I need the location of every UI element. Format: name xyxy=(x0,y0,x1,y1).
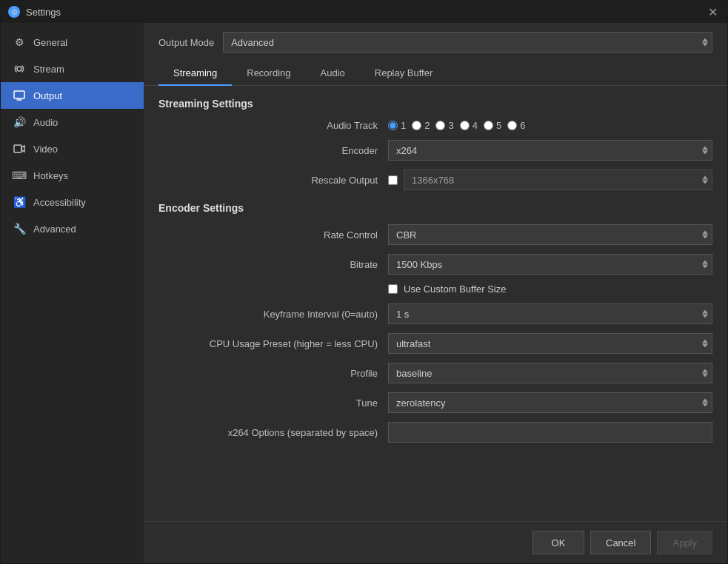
keyframe-wrapper: 1 s xyxy=(388,303,712,324)
rescale-output-row: Rescale Output 1366x768 xyxy=(158,169,712,190)
hotkeys-icon: ⌨ xyxy=(13,169,26,182)
accessibility-icon: ♿ xyxy=(13,195,26,209)
output-mode-label: Output Mode xyxy=(158,37,214,48)
bitrate-row: Bitrate 1500 Kbps xyxy=(158,254,712,275)
sidebar-label-output: Output xyxy=(33,90,62,101)
tabs: Streaming Recording Audio Replay Buffer xyxy=(144,61,727,86)
output-mode-select-wrapper: Simple Advanced xyxy=(223,32,712,53)
output-mode-row: Output Mode Simple Advanced xyxy=(144,23,727,61)
rescale-output-content: 1366x768 xyxy=(388,169,712,190)
encoder-select-wrapper: x264 xyxy=(388,140,712,161)
cpu-preset-wrapper: ultrafast superfast veryfast faster fast… xyxy=(388,333,712,354)
bitrate-label: Bitrate xyxy=(158,259,388,270)
profile-select[interactable]: baseline main high xyxy=(388,363,712,383)
sidebar-label-stream: Stream xyxy=(33,64,64,75)
x264-options-row: x264 Options (separated by space) xyxy=(158,422,712,443)
footer: OK Cancel Apply xyxy=(144,521,727,563)
profile-label: Profile xyxy=(158,368,388,379)
sidebar-label-hotkeys: Hotkeys xyxy=(33,170,68,181)
radio-track-1[interactable]: 1 xyxy=(388,120,406,131)
sidebar-label-audio: Audio xyxy=(33,117,58,128)
tune-row: Tune zerolatency film animation grain st… xyxy=(158,392,712,413)
svg-rect-1 xyxy=(14,91,24,98)
sidebar-item-hotkeys[interactable]: ⌨ Hotkeys xyxy=(1,162,144,189)
tab-recording[interactable]: Recording xyxy=(232,61,305,86)
titlebar-left: ⚙ Settings xyxy=(8,6,61,18)
keyframe-label: Keyframe Interval (0=auto) xyxy=(158,309,388,320)
sidebar-label-accessibility: Accessibility xyxy=(33,197,86,208)
radio-track-6[interactable]: 6 xyxy=(507,120,525,131)
sidebar-item-advanced[interactable]: 🔧 Advanced xyxy=(1,215,144,242)
radio-track-3[interactable]: 3 xyxy=(435,120,453,131)
x264-options-input[interactable] xyxy=(388,422,712,443)
sidebar-item-audio[interactable]: 🔊 Audio xyxy=(1,109,144,135)
audio-track-label: Audio Track xyxy=(158,120,388,131)
keyframe-row: Keyframe Interval (0=auto) 1 s xyxy=(158,303,712,324)
sidebar-label-advanced: Advanced xyxy=(33,224,76,235)
custom-buffer-row: Use Custom Buffer Size xyxy=(388,283,712,295)
keyframe-select[interactable]: 1 s xyxy=(388,303,712,324)
audio-track-row: Audio Track 1 2 3 xyxy=(158,120,712,131)
rate-control-wrapper: CBR VBR ABR CRF CQP xyxy=(388,224,712,245)
radio-track-2[interactable]: 2 xyxy=(412,120,430,131)
audio-icon: 🔊 xyxy=(13,115,26,129)
sidebar-label-general: General xyxy=(33,37,67,48)
rescale-output-label: Rescale Output xyxy=(158,175,388,186)
settings-content: Streaming Settings Audio Track 1 2 xyxy=(144,86,727,521)
bitrate-select[interactable]: 1500 Kbps xyxy=(388,254,712,275)
main-panel: Output Mode Simple Advanced Streaming xyxy=(144,23,727,563)
custom-buffer-content: Use Custom Buffer Size xyxy=(388,283,506,295)
tab-streaming[interactable]: Streaming xyxy=(158,61,232,86)
radio-track-4[interactable]: 4 xyxy=(460,120,478,131)
rate-control-select[interactable]: CBR VBR ABR CRF CQP xyxy=(388,224,712,245)
titlebar: ⚙ Settings ✕ xyxy=(1,1,727,23)
stream-icon xyxy=(13,62,26,75)
cpu-preset-row: CPU Usage Preset (higher = less CPU) ult… xyxy=(158,333,712,354)
output-mode-select[interactable]: Simple Advanced xyxy=(223,32,712,53)
bitrate-wrapper: 1500 Kbps xyxy=(388,254,712,275)
cancel-button[interactable]: Cancel xyxy=(590,531,651,554)
rate-control-row: Rate Control CBR VBR ABR CRF CQP xyxy=(158,224,712,245)
encoder-select[interactable]: x264 xyxy=(388,140,712,161)
custom-buffer-label: Use Custom Buffer Size xyxy=(404,283,506,295)
svg-point-0 xyxy=(17,67,21,71)
tune-label: Tune xyxy=(158,397,388,409)
streaming-settings-title: Streaming Settings xyxy=(158,98,712,110)
radio-track-5[interactable]: 5 xyxy=(484,120,501,131)
tab-replay-buffer[interactable]: Replay Buffer xyxy=(360,61,448,86)
cpu-preset-select[interactable]: ultrafast superfast veryfast faster fast… xyxy=(388,333,712,354)
sidebar-item-accessibility[interactable]: ♿ Accessibility xyxy=(1,189,144,215)
app-icon: ⚙ xyxy=(8,6,20,18)
output-icon xyxy=(13,89,26,102)
sidebar-label-video: Video xyxy=(33,144,58,155)
profile-wrapper: baseline main high xyxy=(388,363,712,383)
sidebar-item-stream[interactable]: Stream xyxy=(1,56,144,82)
window-title: Settings xyxy=(26,7,61,18)
custom-buffer-checkbox[interactable] xyxy=(388,284,398,294)
apply-button[interactable]: Apply xyxy=(657,531,712,554)
profile-row: Profile baseline main high xyxy=(158,363,712,383)
encoder-row: Encoder x264 xyxy=(158,140,712,161)
audio-track-radio-group: 1 2 3 4 xyxy=(388,120,525,131)
encoder-label: Encoder xyxy=(158,145,388,156)
close-button[interactable]: ✕ xyxy=(705,4,720,19)
sidebar-item-output[interactable]: Output xyxy=(1,82,144,109)
tab-audio[interactable]: Audio xyxy=(306,61,360,86)
video-icon xyxy=(13,142,26,155)
advanced-icon: 🔧 xyxy=(13,222,26,235)
rescale-checkbox[interactable] xyxy=(388,175,398,185)
x264-options-label: x264 Options (separated by space) xyxy=(158,427,388,438)
ok-button[interactable]: OK xyxy=(532,531,584,554)
sidebar-item-general[interactable]: ⚙ General xyxy=(1,29,144,56)
sidebar-item-video[interactable]: Video xyxy=(1,135,144,162)
encoder-settings-section: Encoder Settings Rate Control CBR VBR AB… xyxy=(158,202,712,443)
sidebar: ⚙ General Stream xyxy=(1,23,144,563)
rate-control-label: Rate Control xyxy=(158,229,388,241)
encoder-settings-title: Encoder Settings xyxy=(158,202,712,214)
rescale-select-wrapper: 1366x768 xyxy=(404,169,712,190)
x264-options-wrapper xyxy=(388,422,712,443)
rescale-select[interactable]: 1366x768 xyxy=(404,169,712,190)
general-icon: ⚙ xyxy=(13,36,26,49)
cpu-preset-label: CPU Usage Preset (higher = less CPU) xyxy=(158,338,388,349)
tune-select[interactable]: zerolatency film animation grain stillim… xyxy=(388,392,712,413)
